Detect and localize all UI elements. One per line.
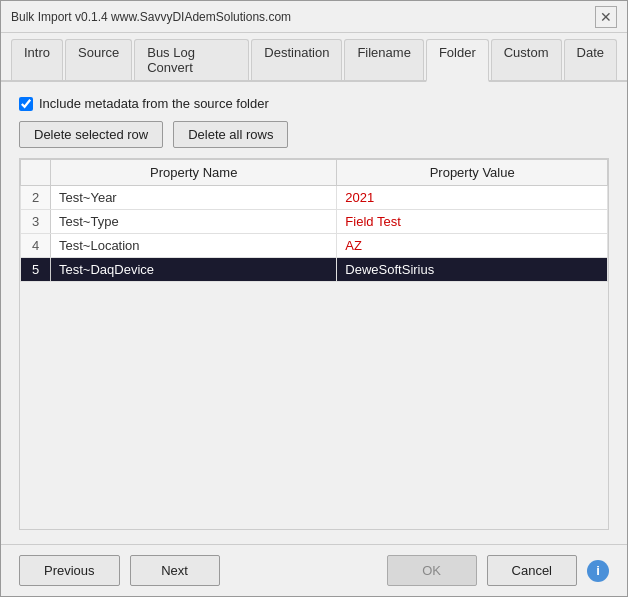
row-number: 5 xyxy=(21,258,51,282)
property-value-cell: 2021 xyxy=(337,186,608,210)
row-number: 3 xyxy=(21,210,51,234)
cancel-button[interactable]: Cancel xyxy=(487,555,577,586)
content-area: Include metadata from the source folder … xyxy=(1,82,627,544)
table-row[interactable]: 5Test~DaqDeviceDeweSoftSirius xyxy=(21,258,608,282)
delete-all-rows-button[interactable]: Delete all rows xyxy=(173,121,288,148)
window-title: Bulk Import v0.1.4 www.SavvyDIAdemSoluti… xyxy=(11,10,291,24)
include-metadata-checkbox[interactable] xyxy=(19,97,33,111)
tab-destination[interactable]: Destination xyxy=(251,39,342,80)
table-row[interactable]: 3Test~TypeField Test xyxy=(21,210,608,234)
info-button[interactable]: i xyxy=(587,560,609,582)
properties-table: Property Name Property Value 2Test~Year2… xyxy=(20,159,608,282)
col-property-value-header: Property Value xyxy=(337,160,608,186)
title-bar: Bulk Import v0.1.4 www.SavvyDIAdemSoluti… xyxy=(1,1,627,33)
table-body: 2Test~Year20213Test~TypeField Test4Test~… xyxy=(21,186,608,282)
property-name-cell: Test~Type xyxy=(51,210,337,234)
tab-intro[interactable]: Intro xyxy=(11,39,63,80)
ok-button: OK xyxy=(387,555,477,586)
col-property-name-header: Property Name xyxy=(51,160,337,186)
property-name-cell: Test~DaqDevice xyxy=(51,258,337,282)
footer: Previous Next OK Cancel i xyxy=(1,544,627,596)
tab-custom[interactable]: Custom xyxy=(491,39,562,80)
col-num-header xyxy=(21,160,51,186)
table-row[interactable]: 4Test~LocationAZ xyxy=(21,234,608,258)
tab-bus-log-convert[interactable]: Bus Log Convert xyxy=(134,39,249,80)
close-button[interactable]: ✕ xyxy=(595,6,617,28)
row-number: 2 xyxy=(21,186,51,210)
delete-selected-row-button[interactable]: Delete selected row xyxy=(19,121,163,148)
table-header-row: Property Name Property Value xyxy=(21,160,608,186)
property-value-cell: AZ xyxy=(337,234,608,258)
metadata-label: Include metadata from the source folder xyxy=(39,96,269,111)
next-button[interactable]: Next xyxy=(130,555,220,586)
tab-filename[interactable]: Filename xyxy=(344,39,423,80)
table-row[interactable]: 2Test~Year2021 xyxy=(21,186,608,210)
row-number: 4 xyxy=(21,234,51,258)
property-name-cell: Test~Year xyxy=(51,186,337,210)
property-name-cell: Test~Location xyxy=(51,234,337,258)
property-value-cell: Field Test xyxy=(337,210,608,234)
tab-source[interactable]: Source xyxy=(65,39,132,80)
property-value-cell: DeweSoftSirius xyxy=(337,258,608,282)
tab-bar: Intro Source Bus Log Convert Destination… xyxy=(1,33,627,82)
tab-folder[interactable]: Folder xyxy=(426,39,489,82)
previous-button[interactable]: Previous xyxy=(19,555,120,586)
main-window: Bulk Import v0.1.4 www.SavvyDIAdemSoluti… xyxy=(0,0,628,597)
metadata-checkbox-row: Include metadata from the source folder xyxy=(19,96,609,111)
action-buttons: Delete selected row Delete all rows xyxy=(19,121,609,148)
tab-date[interactable]: Date xyxy=(564,39,617,80)
properties-table-container: Property Name Property Value 2Test~Year2… xyxy=(19,158,609,530)
